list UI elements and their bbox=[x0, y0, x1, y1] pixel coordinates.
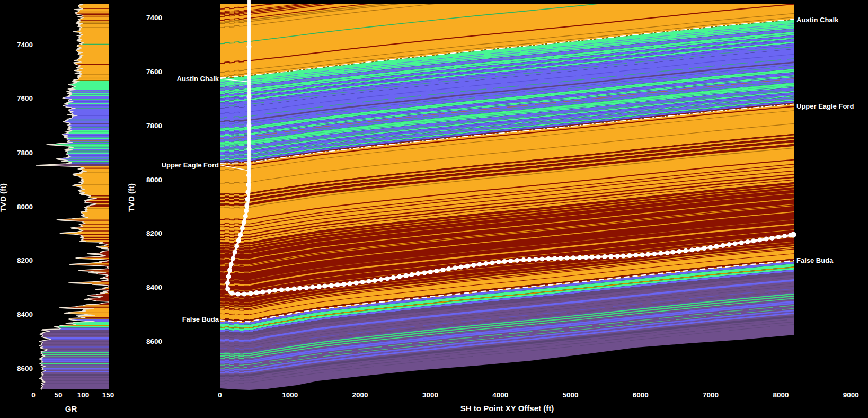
svg-text:150: 150 bbox=[102, 391, 114, 399]
svg-text:100: 100 bbox=[77, 391, 90, 399]
svg-text:8400: 8400 bbox=[146, 283, 162, 291]
svg-text:9000: 9000 bbox=[843, 391, 859, 399]
svg-text:False Buda: False Buda bbox=[182, 315, 219, 323]
svg-text:50: 50 bbox=[54, 391, 62, 399]
svg-text:2000: 2000 bbox=[352, 391, 368, 399]
svg-text:0: 0 bbox=[218, 391, 222, 399]
svg-text:5000: 5000 bbox=[562, 391, 578, 399]
svg-text:TVD (ft): TVD (ft) bbox=[127, 183, 136, 212]
svg-text:7800: 7800 bbox=[146, 122, 162, 130]
svg-text:3000: 3000 bbox=[422, 391, 438, 399]
svg-text:TVD (ft): TVD (ft) bbox=[0, 183, 7, 212]
svg-text:Upper Eagle Ford: Upper Eagle Ford bbox=[162, 161, 219, 169]
svg-text:7400: 7400 bbox=[146, 14, 162, 22]
svg-text:Austin Chalk: Austin Chalk bbox=[796, 16, 839, 24]
svg-text:SH to Point XY Offset (ft): SH to Point XY Offset (ft) bbox=[460, 404, 554, 413]
svg-text:8000: 8000 bbox=[146, 176, 162, 184]
svg-text:False Buda: False Buda bbox=[796, 256, 834, 264]
svg-text:7400: 7400 bbox=[17, 41, 33, 49]
svg-text:1000: 1000 bbox=[282, 391, 298, 399]
svg-text:7600: 7600 bbox=[146, 68, 162, 76]
svg-text:6000: 6000 bbox=[633, 391, 649, 399]
svg-text:GR: GR bbox=[65, 404, 77, 413]
svg-text:8600: 8600 bbox=[146, 337, 162, 345]
svg-text:8000: 8000 bbox=[773, 391, 789, 399]
svg-text:7000: 7000 bbox=[703, 391, 719, 399]
svg-text:8400: 8400 bbox=[17, 310, 33, 318]
svg-text:7800: 7800 bbox=[17, 149, 33, 157]
svg-text:8600: 8600 bbox=[17, 364, 33, 372]
svg-text:0: 0 bbox=[31, 391, 36, 399]
svg-text:Upper Eagle Ford: Upper Eagle Ford bbox=[796, 102, 854, 110]
svg-text:8200: 8200 bbox=[146, 229, 162, 237]
svg-text:Austin Chalk: Austin Chalk bbox=[177, 75, 219, 83]
svg-text:8200: 8200 bbox=[17, 256, 33, 264]
svg-text:8000: 8000 bbox=[17, 203, 33, 211]
svg-text:4000: 4000 bbox=[492, 391, 508, 399]
svg-text:7600: 7600 bbox=[17, 94, 33, 102]
